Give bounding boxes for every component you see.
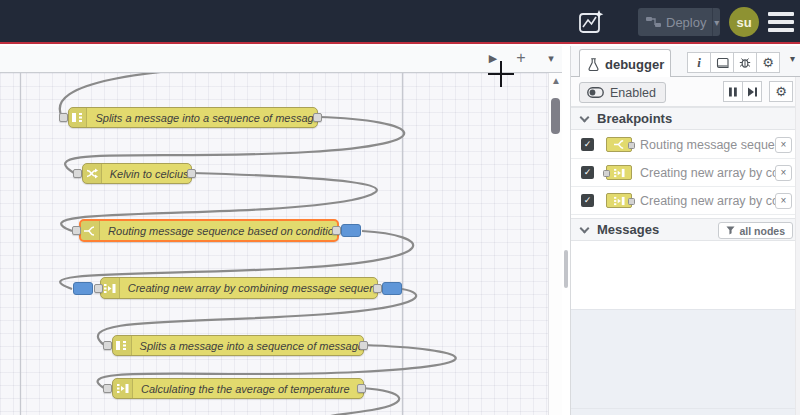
settings-gear-icon[interactable]: ⚙ <box>756 52 780 73</box>
sidebar: debugger i ⚙ ▾ Enabled ⚙ Breakpoints ▲ <box>570 46 800 415</box>
canvas-scrollbar[interactable]: ▲ <box>548 73 562 415</box>
messages-empty-background <box>571 309 800 415</box>
toggle-icon <box>587 87 604 98</box>
breakpoint-checkbox[interactable]: ✓ <box>581 194 594 207</box>
messages-empty-list <box>571 263 800 415</box>
node-label: Routing message sequence based on condit… <box>100 225 337 237</box>
join-icon <box>113 379 133 398</box>
node6-input-port[interactable] <box>103 384 112 393</box>
breakpoints-section-header[interactable]: Breakpoints ▲ <box>571 107 800 130</box>
messages-title: Messages <box>597 222 659 237</box>
debugger-toolbar: Enabled ⚙ <box>571 77 800 107</box>
split-icon <box>69 108 87 127</box>
splitter-grip[interactable] <box>564 250 568 288</box>
breakpoint-checkbox[interactable]: ✓ <box>581 166 594 179</box>
join-node-icon <box>606 165 632 180</box>
node1-output-port[interactable] <box>313 113 322 122</box>
node3-output-port[interactable] <box>332 226 341 235</box>
node-label: Calculating the the average of temperatu… <box>133 383 358 395</box>
deploy-label: Deploy <box>666 15 706 30</box>
chevron-down-icon <box>580 112 590 122</box>
workspace-tabbar: ▶ + ▾ <box>0 46 562 73</box>
breakpoint-row[interactable]: ✓ Routing message sequence ba × <box>571 131 800 159</box>
canvas-scrollbar-thumb[interactable] <box>551 98 560 134</box>
main-menu-icon[interactable] <box>768 12 794 32</box>
flow-canvas[interactable]: Splits a message into a sequence of mess… <box>0 73 548 415</box>
node5-output-port[interactable] <box>359 341 368 350</box>
output-port-marker <box>628 142 635 149</box>
sidebar-tabbar: debugger i ⚙ ▾ <box>571 46 800 77</box>
remove-breakpoint-button[interactable]: × <box>775 165 792 181</box>
bug-icon[interactable] <box>733 52 757 73</box>
node-split-2[interactable]: Splits a message into a sequence of mess… <box>112 335 364 356</box>
node-label: Kelvin to celcius <box>102 168 191 180</box>
output-port-marker <box>628 198 635 205</box>
switch-icon <box>81 221 100 240</box>
breakpoint-checkbox[interactable]: ✓ <box>581 138 594 151</box>
sidebar-scroll-track[interactable] <box>795 77 800 415</box>
sidebar-menu-caret-icon[interactable]: ▾ <box>790 53 795 64</box>
flask-icon <box>588 58 599 71</box>
step-forward-icon[interactable] <box>742 81 762 102</box>
node-label: Creating new array by combining message … <box>120 282 377 294</box>
messages-section-header[interactable]: Messages all nodes <box>571 218 800 241</box>
debugger-config-gear-icon[interactable]: ⚙ <box>769 81 793 102</box>
breakpoint-label: Creating new array by combini <box>640 194 775 208</box>
deploy-nodes-icon <box>646 16 661 28</box>
node5-input-port[interactable] <box>103 341 112 350</box>
chevron-down-icon <box>580 223 590 233</box>
crosshair-cursor <box>500 61 502 87</box>
breakpoint-row[interactable]: ✓ Creating new array by combini × <box>571 187 800 215</box>
node-switch-selected[interactable]: Routing message sequence based on condit… <box>79 219 339 242</box>
breakpoint-label: Creating new array by combini <box>640 166 775 180</box>
remove-breakpoint-button[interactable]: × <box>775 137 792 153</box>
input-port-marker <box>603 170 610 177</box>
node-label: Splits a message into a sequence of mess… <box>132 340 363 352</box>
tab-list-menu-icon[interactable]: ▾ <box>541 48 561 68</box>
node1-input-port[interactable] <box>59 113 68 122</box>
switch-node-icon <box>606 137 632 152</box>
node2-input-port[interactable] <box>73 169 82 178</box>
filter-funnel-icon <box>726 226 735 235</box>
tab-debugger[interactable]: debugger <box>579 49 671 78</box>
breakpoint-marker-input[interactable] <box>73 282 93 295</box>
node3-input-port[interactable] <box>72 226 81 235</box>
info-icon[interactable]: i <box>687 52 711 73</box>
add-flow-icon[interactable]: + <box>511 48 531 68</box>
tab-debugger-label: debugger <box>605 57 664 72</box>
breakpoint-label: Routing message sequence ba <box>640 138 775 152</box>
messages-filter-button[interactable]: all nodes <box>718 222 793 239</box>
divider <box>571 408 800 409</box>
node-split-1[interactable]: Splits a message into a sequence of mess… <box>68 107 318 128</box>
join-node-icon <box>606 193 632 208</box>
sidebar-splitter[interactable] <box>562 46 570 415</box>
book-icon[interactable] <box>710 52 734 73</box>
node-join-2[interactable]: Calculating the the average of temperatu… <box>112 378 364 399</box>
user-avatar[interactable]: su <box>729 7 759 37</box>
node2-output-port[interactable] <box>187 169 196 178</box>
node4-output-port[interactable] <box>373 284 382 293</box>
breakpoint-marker-output[interactable] <box>341 224 361 237</box>
node-join-1[interactable]: Creating new array by combining message … <box>100 277 378 299</box>
debugger-enabled-toggle[interactable]: Enabled <box>579 82 666 103</box>
change-icon <box>83 164 102 183</box>
node6-output-port[interactable] <box>357 384 366 393</box>
deploy-button[interactable]: Deploy ▾ <box>638 8 720 36</box>
deploy-dropdown-caret[interactable]: ▾ <box>712 8 720 36</box>
node-change-1[interactable]: Kelvin to celcius <box>82 163 192 184</box>
breakpoint-row[interactable]: ✓ Creating new array by combini × <box>571 159 800 187</box>
ai-sparkle-chart-icon[interactable] <box>574 8 608 36</box>
app-header: Deploy ▾ su <box>0 0 800 44</box>
node4-input-port[interactable] <box>94 284 103 293</box>
remove-breakpoint-button[interactable]: × <box>775 193 792 209</box>
scroll-up-icon[interactable]: ▲ <box>549 75 563 86</box>
pause-icon[interactable] <box>723 81 743 102</box>
enabled-label: Enabled <box>610 86 656 100</box>
node-label: Splits a message into a sequence of mess… <box>87 112 317 124</box>
split-icon <box>113 336 132 355</box>
breakpoint-marker-output-2[interactable] <box>382 282 402 295</box>
breakpoints-title: Breakpoints <box>597 111 672 126</box>
filter-label: all nodes <box>739 225 785 237</box>
join-icon <box>101 278 120 298</box>
